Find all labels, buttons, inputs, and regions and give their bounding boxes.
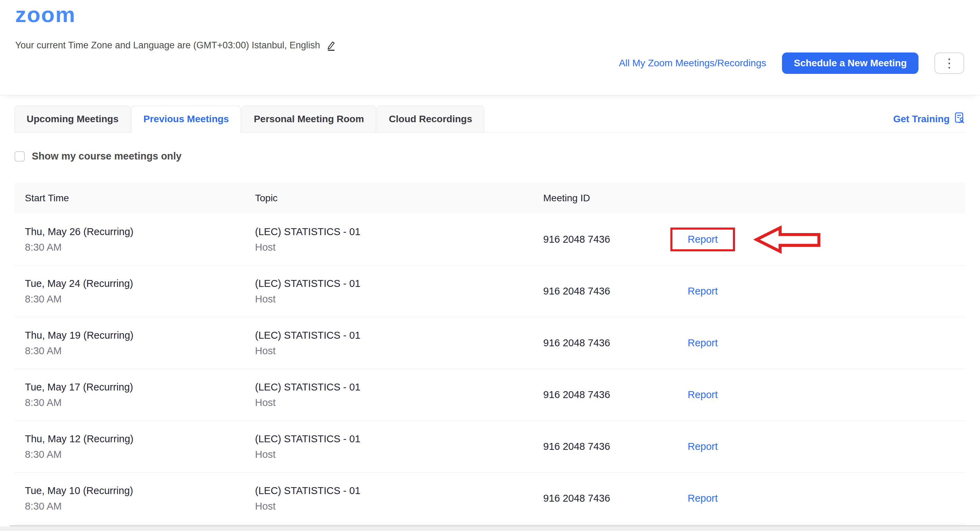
annotation-highlight-box: Report	[670, 228, 735, 251]
meeting-id: 916 2048 7436	[543, 234, 688, 245]
header-actions: All My Zoom Meetings/Recordings Schedule…	[619, 52, 964, 74]
training-doc-icon	[954, 112, 966, 126]
schedule-new-meeting-button[interactable]: Schedule a New Meeting	[782, 52, 918, 74]
annotation-left-arrow	[754, 225, 821, 254]
tab-previous-meetings[interactable]: Previous Meetings	[131, 106, 241, 133]
timezone-line: Your current Time Zone and Language are …	[15, 40, 336, 51]
timezone-text: Your current Time Zone and Language are …	[15, 40, 320, 51]
course-filter-row: Show my course meetings only	[14, 151, 966, 162]
table-row: Tue, May 24 (Recurring) 8:30 AM (LEC) ST…	[14, 265, 966, 317]
meeting-time: 8:30 AM	[25, 345, 255, 357]
report-link[interactable]: Report	[688, 234, 718, 245]
course-filter-label: Show my course meetings only	[32, 151, 182, 162]
meeting-id: 916 2048 7436	[543, 285, 688, 297]
meeting-role: Host	[255, 397, 543, 409]
table-header-row: Start Time Topic Meeting ID	[14, 183, 966, 214]
more-options-button[interactable]: ⋮	[934, 52, 964, 74]
page-header: zoom Your current Time Zone and Language…	[0, 0, 980, 95]
table-row: Tue, May 10 (Recurring) 8:30 AM (LEC) ST…	[14, 472, 966, 525]
get-training-link[interactable]: Get Training	[893, 112, 966, 126]
tab-cloud-recordings[interactable]: Cloud Recordings	[377, 106, 484, 133]
meeting-date: Thu, May 19 (Recurring)	[25, 330, 255, 341]
tab-upcoming-meetings[interactable]: Upcoming Meetings	[14, 106, 130, 133]
table-row: Thu, May 19 (Recurring) 8:30 AM (LEC) ST…	[14, 317, 966, 369]
meeting-topic: (LEC) STATISTICS - 01	[255, 330, 543, 341]
meeting-id: 916 2048 7436	[543, 337, 688, 349]
meeting-id: 916 2048 7436	[543, 441, 688, 452]
meeting-topic: (LEC) STATISTICS - 01	[255, 226, 543, 238]
table-row: Tue, May 17 (Recurring) 8:30 AM (LEC) ST…	[14, 369, 966, 421]
report-link[interactable]: Report	[688, 337, 718, 349]
meeting-time: 8:30 AM	[25, 449, 255, 460]
meeting-topic: (LEC) STATISTICS - 01	[255, 278, 543, 289]
report-link[interactable]: Report	[688, 389, 718, 401]
meeting-role: Host	[255, 293, 543, 305]
report-link[interactable]: Report	[688, 493, 718, 504]
meeting-time: 8:30 AM	[25, 397, 255, 409]
meeting-time: 8:30 AM	[25, 293, 255, 305]
table-row: Thu, May 12 (Recurring) 8:30 AM (LEC) ST…	[14, 421, 966, 472]
course-meetings-checkbox[interactable]	[14, 151, 25, 162]
column-topic: Topic	[255, 193, 543, 204]
main-content: Upcoming Meetings Previous Meetings Pers…	[0, 106, 980, 525]
edit-timezone-icon[interactable]	[326, 40, 336, 51]
meeting-date: Thu, May 26 (Recurring)	[25, 226, 255, 238]
report-link[interactable]: Report	[688, 285, 718, 297]
meeting-date: Thu, May 12 (Recurring)	[25, 433, 255, 445]
meeting-topic: (LEC) STATISTICS - 01	[255, 382, 543, 393]
meeting-id: 916 2048 7436	[543, 493, 688, 504]
meeting-date: Tue, May 10 (Recurring)	[25, 485, 255, 496]
table-row: Thu, May 26 (Recurring) 8:30 AM (LEC) ST…	[14, 214, 966, 265]
meeting-date: Tue, May 24 (Recurring)	[25, 278, 255, 289]
meeting-role: Host	[255, 501, 543, 512]
tab-personal-meeting-room[interactable]: Personal Meeting Room	[242, 106, 376, 133]
meeting-role: Host	[255, 345, 543, 357]
report-link[interactable]: Report	[688, 441, 718, 452]
meeting-topic: (LEC) STATISTICS - 01	[255, 485, 543, 496]
meeting-id: 916 2048 7436	[543, 389, 688, 401]
previous-meetings-table: Start Time Topic Meeting ID Thu, May 26 …	[14, 183, 966, 525]
meeting-time: 8:30 AM	[25, 242, 255, 253]
meeting-time: 8:30 AM	[25, 501, 255, 512]
zoom-logo: zoom	[15, 2, 76, 27]
column-meeting-id: Meeting ID	[543, 193, 688, 204]
get-training-label: Get Training	[893, 114, 950, 125]
meetings-tab-bar: Upcoming Meetings Previous Meetings Pers…	[14, 106, 966, 133]
all-meetings-link[interactable]: All My Zoom Meetings/Recordings	[619, 58, 766, 69]
meeting-role: Host	[255, 449, 543, 460]
meeting-date: Tue, May 17 (Recurring)	[25, 382, 255, 393]
meeting-topic: (LEC) STATISTICS - 01	[255, 433, 543, 445]
column-start-time: Start Time	[25, 193, 255, 204]
bottom-divider	[0, 525, 980, 531]
meeting-role: Host	[255, 242, 543, 253]
